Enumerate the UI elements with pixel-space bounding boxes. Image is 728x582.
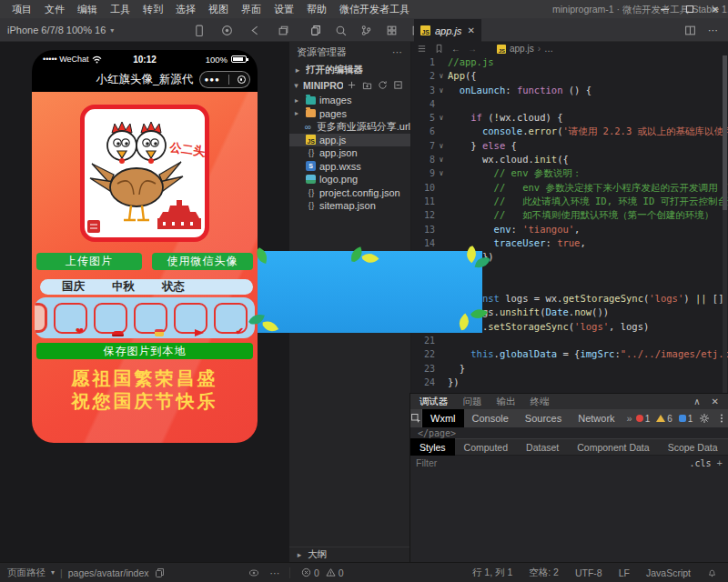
- more-actions-icon[interactable]: ⋯: [708, 25, 719, 36]
- extensions-icon[interactable]: [384, 23, 399, 37]
- file-item-logo.png[interactable]: logo.png: [289, 173, 410, 186]
- close-button[interactable]: ✕: [703, 0, 728, 18]
- problems-indicator[interactable]: 0 0: [289, 567, 344, 578]
- error-badge[interactable]: 1: [636, 414, 651, 424]
- menu-item-7[interactable]: 视图: [202, 3, 235, 16]
- menu-item-2[interactable]: 文件: [38, 3, 71, 16]
- forward-arrow-icon[interactable]: →: [468, 44, 477, 54]
- panel-tab-终端[interactable]: 终端: [531, 396, 550, 408]
- add-style-button[interactable]: +: [717, 457, 723, 468]
- frame-thumbnail-4[interactable]: [174, 303, 207, 334]
- file-item-pages[interactable]: ▸pages: [289, 107, 410, 121]
- frame-thumbnail-5[interactable]: ✔: [214, 303, 248, 334]
- file-item-images[interactable]: ▸images: [289, 94, 410, 107]
- upload-image-button[interactable]: 上传图片: [36, 253, 142, 270]
- page-path-value[interactable]: pages/avatar/index: [68, 567, 149, 578]
- tab-close-icon[interactable]: ✕: [468, 25, 475, 35]
- panel-tab-问题[interactable]: 问题: [463, 396, 482, 408]
- devtools-tab-network[interactable]: Network: [570, 409, 622, 427]
- fold-icon[interactable]: ∨: [435, 166, 448, 180]
- copy-icon[interactable]: [154, 567, 165, 578]
- menu-item-9[interactable]: 设置: [268, 3, 300, 16]
- style-tab-dataset[interactable]: Dataset: [517, 438, 568, 456]
- hamburger-icon[interactable]: [417, 44, 427, 54]
- back-arrow-icon[interactable]: ←: [451, 44, 460, 54]
- menu-item-1[interactable]: 项目: [5, 3, 38, 16]
- menu-item-4[interactable]: 工具: [104, 3, 136, 16]
- file-item-project.config.json[interactable]: { }project.config.json: [289, 186, 410, 200]
- frame-tab-3[interactable]: 状态: [162, 279, 185, 295]
- device-selector[interactable]: iPhone 6/7/8 100% 16 ▾: [7, 18, 114, 42]
- file-item-sitemap.json[interactable]: { }sitemap.json: [289, 199, 410, 213]
- exit-miniprogram-icon[interactable]: [238, 75, 246, 84]
- gear-icon[interactable]: [699, 413, 710, 424]
- scrollbar-thumb[interactable]: [723, 55, 727, 210]
- breadcrumb-file[interactable]: app.js: [510, 44, 534, 54]
- eye-icon[interactable]: [248, 567, 259, 578]
- editor-scrollbar[interactable]: [723, 55, 727, 401]
- frame-thumbnail-2[interactable]: [94, 303, 127, 334]
- close-panel-icon[interactable]: ✕: [712, 396, 719, 406]
- more-icon[interactable]: ⋯: [270, 567, 281, 578]
- new-file-icon[interactable]: [347, 80, 357, 90]
- style-tab-scope-data[interactable]: Scope Data: [659, 438, 727, 456]
- fold-icon[interactable]: ∨: [435, 139, 448, 153]
- compile-icon[interactable]: [219, 23, 234, 37]
- devtools-tab-console[interactable]: Console: [464, 409, 517, 427]
- menu-item-5[interactable]: 转到: [136, 3, 169, 16]
- split-editor-icon[interactable]: [682, 23, 697, 37]
- style-tab-component-data[interactable]: Component Data: [568, 438, 658, 456]
- inspect-element-button[interactable]: [410, 409, 422, 427]
- frame-tab-2[interactable]: 中秋: [112, 279, 135, 295]
- fold-icon[interactable]: ∨: [435, 84, 448, 97]
- panel-tab-调试器[interactable]: 调试器: [420, 396, 449, 408]
- new-folder-icon[interactable]: [362, 80, 372, 90]
- frame-thumbnail-1[interactable]: ❤: [54, 303, 87, 334]
- kebab-menu-icon[interactable]: [716, 413, 727, 424]
- menu-item-6[interactable]: 选择: [169, 3, 202, 16]
- toggle-class-button[interactable]: .cls: [689, 458, 711, 468]
- bell-icon[interactable]: [707, 567, 717, 577]
- eol-sequence[interactable]: LF: [619, 567, 630, 578]
- source-control-icon[interactable]: [359, 23, 373, 37]
- encoding[interactable]: UTF-8: [575, 567, 602, 578]
- indentation[interactable]: 空格: 2: [529, 567, 559, 579]
- menu-item-8[interactable]: 界面: [235, 3, 268, 16]
- style-tab-styles[interactable]: Styles: [410, 438, 455, 456]
- file-item-app.js[interactable]: JSapp.js: [289, 134, 410, 147]
- fold-icon[interactable]: ∨: [435, 111, 448, 125]
- language-mode[interactable]: JavaScript: [646, 567, 691, 578]
- open-editors-section[interactable]: ▸ 打开的编辑器: [289, 62, 410, 77]
- files-icon[interactable]: [308, 23, 322, 37]
- message-badge[interactable]: 1: [679, 414, 693, 424]
- minimize-button[interactable]: [652, 0, 677, 18]
- project-section[interactable]: ▾ MINIPROG...: [289, 77, 410, 93]
- maximize-button[interactable]: [677, 0, 703, 18]
- outline-section[interactable]: ▸ 大纲: [289, 547, 410, 562]
- breadcrumb-symbol[interactable]: …: [544, 44, 553, 54]
- file-item-更多商业源码分享.url[interactable]: ∞更多商业源码分享.url: [289, 120, 410, 134]
- use-wechat-avatar-button[interactable]: 使用微信头像: [152, 253, 253, 270]
- warning-badge[interactable]: 6: [656, 414, 672, 424]
- capsule-menu[interactable]: ●●●: [199, 71, 250, 88]
- devtools-tab-wxml[interactable]: Wxml: [422, 409, 464, 427]
- fold-icon[interactable]: ∨: [435, 153, 448, 166]
- file-item-app.json[interactable]: { }app.json: [289, 146, 410, 160]
- style-filter-input[interactable]: [416, 457, 683, 468]
- devtools-tab-sources[interactable]: Sources: [517, 409, 570, 427]
- frame-thumbnail-3[interactable]: [134, 303, 167, 334]
- menu-item-11[interactable]: 微信开发者工具: [333, 3, 416, 16]
- wxml-dom-fragment[interactable]: </page>: [410, 427, 728, 438]
- style-tab-computed[interactable]: Computed: [455, 438, 517, 456]
- file-item-app.wxss[interactable]: Sapp.wxss: [289, 160, 410, 174]
- page-path-label[interactable]: 页面路径: [7, 567, 46, 579]
- code-area[interactable]: 1//app.js2∨App({3∨ onLaunch: function ()…: [411, 55, 728, 389]
- frame-thumbnail-partial[interactable]: [35, 303, 47, 333]
- back-icon[interactable]: [248, 23, 262, 37]
- tabs-overflow-icon[interactable]: »: [623, 413, 636, 424]
- menu-item-3[interactable]: 编辑: [71, 3, 104, 16]
- panel-tab-输出[interactable]: 输出: [497, 396, 516, 408]
- tab-appjs[interactable]: JS app.js ✕: [414, 19, 481, 42]
- frame-tab-1[interactable]: 国庆: [62, 279, 85, 295]
- search-icon[interactable]: [333, 23, 348, 37]
